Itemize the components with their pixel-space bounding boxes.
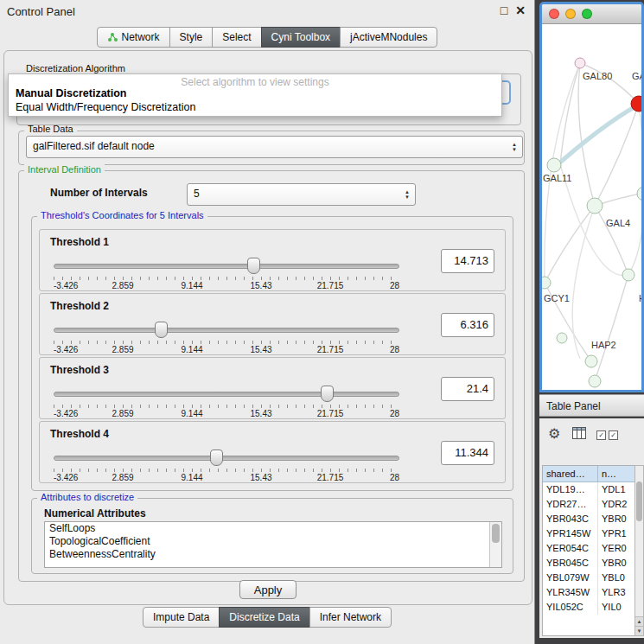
table-row[interactable]: YDR27…YDR2 (543, 497, 636, 512)
scroll-up-icon[interactable]: ▲ (635, 616, 643, 626)
tab-discretize-data[interactable]: Discretize Data (219, 607, 309, 628)
table-row[interactable]: YER054CYER0 (543, 541, 636, 556)
column-header-shared-name[interactable]: shared… (543, 466, 598, 482)
network-edge[interactable] (580, 63, 639, 104)
network-edge[interactable] (545, 206, 595, 283)
slider-thumb[interactable] (321, 386, 334, 402)
network-window-titlebar[interactable] (542, 4, 641, 24)
tab-infer-network[interactable]: Infer Network (309, 607, 392, 628)
tab-cyni-toolbox[interactable]: Cyni Toolbox (261, 27, 341, 48)
close-icon[interactable]: ✕ (515, 3, 526, 17)
control-panel-titlebar[interactable]: Control Panel □ ✕ (0, 0, 534, 24)
close-traffic-light-icon[interactable] (549, 9, 559, 19)
table-row[interactable]: YBR045CYBR0 (543, 556, 636, 571)
tab-select[interactable]: Select (212, 27, 261, 48)
number-of-intervals-combo[interactable]: 5 ▲▼ (187, 183, 416, 206)
table-data-combo[interactable]: galFiltered.sif default node ▲▼ (26, 136, 523, 158)
attributes-list[interactable]: SelfLoopsTopologicalCoefficientBetweenne… (44, 521, 502, 568)
list-scrollbar-thumb[interactable] (492, 524, 500, 543)
scroll-down-icon[interactable]: ▼ (635, 626, 643, 635)
table-cell: YBR0 (598, 512, 637, 526)
threshold-row: Threshold 1 -3.4262.8599.14415.4321.7152… (39, 229, 506, 291)
gear-icon[interactable]: ⚙ (548, 425, 560, 442)
threshold-value[interactable]: 21.4 (441, 377, 494, 401)
tick-labels: -3.4262.8599.14415.4321.71528 (54, 473, 399, 483)
network-node[interactable] (622, 269, 634, 281)
network-edge[interactable] (595, 275, 628, 381)
slider-thumb[interactable] (210, 450, 223, 466)
threshold-row: Threshold 2 -3.4262.8599.14415.4321.7152… (39, 293, 506, 355)
group-title: Attributes to discretize (37, 492, 137, 502)
network-edge[interactable] (595, 206, 628, 275)
attribute-list-item[interactable]: SelfLoops (45, 522, 501, 535)
network-edge[interactable] (554, 105, 637, 168)
zoom-traffic-light-icon[interactable] (582, 9, 592, 19)
table-row[interactable]: YIL052CYIL0 (543, 600, 636, 615)
slider-thumb[interactable] (247, 258, 260, 274)
table-row[interactable]: YDL19…YDL1 (543, 482, 636, 497)
network-node[interactable] (542, 277, 551, 289)
table-data-group: Table Data galFiltered.sif default node … (18, 131, 525, 165)
float-window-icon[interactable]: □ (501, 3, 507, 17)
network-node[interactable] (557, 333, 567, 343)
network-node[interactable] (575, 58, 585, 68)
tick-label: 2.859 (112, 281, 133, 290)
threshold-slider[interactable]: -3.4262.8599.14415.4321.71528 (54, 258, 399, 287)
tick-label: -3.426 (54, 409, 78, 418)
network-node[interactable] (637, 187, 641, 201)
node-table: shared… n… YDL19…YDL1YDR27…YDR2YBR043CYB… (542, 465, 637, 636)
network-node[interactable] (587, 198, 603, 214)
threshold-slider[interactable]: -3.4262.8599.14415.4321.71528 (54, 322, 399, 351)
threshold-value[interactable]: 14.713 (441, 249, 494, 273)
threshold-slider[interactable]: -3.4262.8599.14415.4321.71528 (54, 386, 399, 415)
network-node[interactable] (589, 375, 601, 387)
list-scrollbar[interactable] (489, 522, 501, 567)
table-cell: YLR3 (598, 585, 637, 600)
table-row[interactable]: YLR345WYLR3 (543, 585, 636, 600)
group-title: Interval Definition (24, 164, 105, 175)
network-view-window[interactable]: GAL80GAGAL11GAL4GCY1HHAP2 (539, 2, 644, 392)
network-node[interactable] (585, 355, 597, 367)
table-cell: YDR27… (543, 497, 598, 512)
tick-label: 21.715 (317, 345, 344, 354)
table-row[interactable]: YBL079WYBL0 (543, 571, 636, 585)
number-of-intervals-label: Number of Intervals (50, 187, 148, 199)
network-node-label: GAL80 (583, 71, 612, 81)
table-cell: YBR045C (543, 556, 598, 571)
slider-track (54, 456, 399, 461)
threshold-value[interactable]: 11.344 (441, 441, 494, 465)
table-cell: YDL1 (598, 482, 637, 497)
columns-icon[interactable] (572, 427, 586, 439)
tab-network[interactable]: Network (97, 27, 170, 48)
column-header-name[interactable]: n… (598, 466, 637, 482)
minimize-traffic-light-icon[interactable] (565, 9, 576, 19)
threshold-label: Threshold 1 (50, 236, 109, 248)
table-panel-body: ⚙ ✓ ✓ shared… n… YDL19…YDL1YDR27…YDR2YBR… (539, 418, 644, 638)
threshold-slider[interactable]: -3.4262.8599.14415.4321.71528 (54, 450, 399, 479)
tick-label: 15.43 (250, 345, 271, 354)
attribute-list-item[interactable]: BetweennessCentrality (45, 548, 501, 561)
table-panel-header[interactable]: Table Panel (539, 394, 644, 417)
tick-label: -3.426 (54, 281, 78, 290)
network-edge[interactable] (572, 206, 595, 359)
threshold-value[interactable]: 6.316 (441, 313, 494, 337)
attribute-list-item[interactable]: TopologicalCoefficient (45, 535, 501, 548)
table-row[interactable]: YBR043CYBR0 (543, 512, 636, 526)
dropdown-option-equal-width[interactable]: Equal Width/Frequency Discretization (16, 101, 195, 113)
tick-label: -3.426 (54, 345, 78, 354)
table-scrollbar[interactable]: ▲ ▼ (634, 465, 644, 636)
combo-value: 5 (194, 188, 200, 200)
table-cell: YPR145W (543, 526, 598, 541)
table-scrollbar-thumb[interactable] (636, 481, 642, 521)
tab-jactivemnodules[interactable]: jActiveMNodules (340, 27, 437, 48)
checkbox-icon[interactable]: ✓ (609, 430, 618, 440)
dropdown-option-manual[interactable]: Manual Discretization (16, 87, 127, 99)
checkbox-icon[interactable]: ✓ (596, 430, 606, 440)
network-canvas[interactable]: GAL80GAGAL11GAL4GCY1HHAP2 (542, 24, 641, 391)
slider-thumb[interactable] (155, 322, 168, 338)
tab-impute-data[interactable]: Impute Data (143, 607, 220, 628)
table-row[interactable]: YPR145WYPR1 (543, 526, 636, 541)
network-node[interactable] (547, 158, 561, 172)
apply-button[interactable]: Apply (239, 580, 296, 599)
tab-style[interactable]: Style (169, 27, 214, 48)
